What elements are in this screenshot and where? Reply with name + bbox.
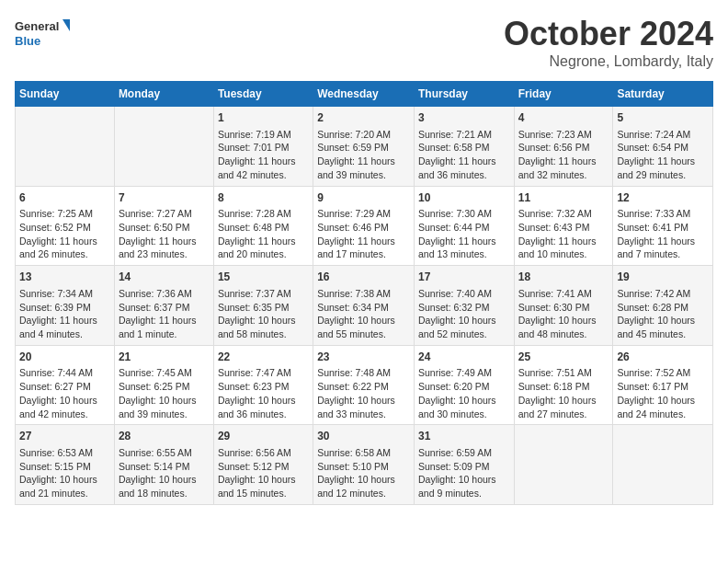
day-number: 18 xyxy=(518,270,609,285)
table-row xyxy=(16,107,115,187)
day-info: Sunrise: 7:27 AM Sunset: 6:50 PM Dayligh… xyxy=(119,207,210,261)
day-info: Sunrise: 7:24 AM Sunset: 6:54 PM Dayligh… xyxy=(617,128,709,182)
table-row: 28Sunrise: 6:55 AM Sunset: 5:14 PM Dayli… xyxy=(114,425,213,505)
header-sunday: Sunday xyxy=(16,82,115,107)
calendar-table: Sunday Monday Tuesday Wednesday Thursday… xyxy=(15,81,713,505)
svg-text:General: General xyxy=(15,19,59,33)
table-row xyxy=(613,425,713,505)
day-number: 24 xyxy=(418,350,510,365)
day-number: 7 xyxy=(119,190,210,206)
day-info: Sunrise: 7:32 AM Sunset: 6:43 PM Dayligh… xyxy=(518,207,609,261)
header-monday: Monday xyxy=(114,82,213,107)
table-row: 10Sunrise: 7:30 AM Sunset: 6:44 PM Dayli… xyxy=(414,186,514,266)
table-row: 22Sunrise: 7:47 AM Sunset: 6:23 PM Dayli… xyxy=(213,345,313,425)
day-number: 26 xyxy=(617,350,709,365)
day-number: 22 xyxy=(218,350,309,365)
table-row: 25Sunrise: 7:51 AM Sunset: 6:18 PM Dayli… xyxy=(514,345,613,425)
day-number: 14 xyxy=(119,270,210,285)
day-number: 1 xyxy=(218,110,309,126)
day-info: Sunrise: 7:51 AM Sunset: 6:18 PM Dayligh… xyxy=(518,366,609,420)
day-info: Sunrise: 7:36 AM Sunset: 6:37 PM Dayligh… xyxy=(119,287,210,341)
day-info: Sunrise: 6:53 AM Sunset: 5:15 PM Dayligh… xyxy=(19,446,110,500)
day-number: 28 xyxy=(119,429,210,444)
day-number: 13 xyxy=(19,270,110,285)
day-number: 19 xyxy=(617,270,709,285)
day-info: Sunrise: 7:38 AM Sunset: 6:34 PM Dayligh… xyxy=(317,287,410,341)
table-row: 3Sunrise: 7:21 AM Sunset: 6:58 PM Daylig… xyxy=(414,107,514,187)
header-thursday: Thursday xyxy=(414,82,514,107)
table-row: 20Sunrise: 7:44 AM Sunset: 6:27 PM Dayli… xyxy=(16,345,115,425)
table-row: 9Sunrise: 7:29 AM Sunset: 6:46 PM Daylig… xyxy=(313,186,415,266)
table-row: 27Sunrise: 6:53 AM Sunset: 5:15 PM Dayli… xyxy=(16,425,115,505)
svg-marker-2 xyxy=(63,19,70,31)
table-row: 31Sunrise: 6:59 AM Sunset: 5:09 PM Dayli… xyxy=(414,425,514,505)
day-number: 4 xyxy=(518,110,609,126)
calendar-title: October 2024 xyxy=(504,15,713,53)
day-number: 27 xyxy=(19,429,110,444)
table-row: 6Sunrise: 7:25 AM Sunset: 6:52 PM Daylig… xyxy=(16,186,115,266)
day-info: Sunrise: 7:40 AM Sunset: 6:32 PM Dayligh… xyxy=(418,287,510,341)
day-number: 15 xyxy=(218,270,309,285)
table-row: 29Sunrise: 6:56 AM Sunset: 5:12 PM Dayli… xyxy=(213,425,313,505)
table-row: 24Sunrise: 7:49 AM Sunset: 6:20 PM Dayli… xyxy=(414,345,514,425)
table-row: 12Sunrise: 7:33 AM Sunset: 6:41 PM Dayli… xyxy=(613,186,713,266)
table-row: 7Sunrise: 7:27 AM Sunset: 6:50 PM Daylig… xyxy=(114,186,213,266)
day-info: Sunrise: 7:45 AM Sunset: 6:25 PM Dayligh… xyxy=(119,366,210,420)
table-row: 4Sunrise: 7:23 AM Sunset: 6:56 PM Daylig… xyxy=(514,107,613,187)
day-info: Sunrise: 7:37 AM Sunset: 6:35 PM Dayligh… xyxy=(218,287,309,341)
day-info: Sunrise: 7:41 AM Sunset: 6:30 PM Dayligh… xyxy=(518,287,609,341)
table-row: 21Sunrise: 7:45 AM Sunset: 6:25 PM Dayli… xyxy=(114,345,213,425)
day-info: Sunrise: 6:55 AM Sunset: 5:14 PM Dayligh… xyxy=(119,446,210,500)
day-number: 30 xyxy=(317,429,410,444)
header-friday: Friday xyxy=(514,82,613,107)
day-info: Sunrise: 7:25 AM Sunset: 6:52 PM Dayligh… xyxy=(19,207,110,261)
day-number: 20 xyxy=(19,350,110,365)
title-area: October 2024 Negrone, Lombardy, Italy xyxy=(504,15,713,70)
table-row: 19Sunrise: 7:42 AM Sunset: 6:28 PM Dayli… xyxy=(613,266,713,346)
svg-text:Blue: Blue xyxy=(15,34,40,48)
table-row: 11Sunrise: 7:32 AM Sunset: 6:43 PM Dayli… xyxy=(514,186,613,266)
day-info: Sunrise: 7:52 AM Sunset: 6:17 PM Dayligh… xyxy=(617,366,709,420)
day-number: 17 xyxy=(418,270,510,285)
day-number: 16 xyxy=(317,270,410,285)
day-number: 2 xyxy=(317,110,410,126)
day-info: Sunrise: 7:21 AM Sunset: 6:58 PM Dayligh… xyxy=(418,128,510,182)
day-number: 25 xyxy=(518,350,609,365)
table-row: 14Sunrise: 7:36 AM Sunset: 6:37 PM Dayli… xyxy=(114,266,213,346)
day-number: 8 xyxy=(218,190,309,206)
table-row: 16Sunrise: 7:38 AM Sunset: 6:34 PM Dayli… xyxy=(313,266,415,346)
day-number: 6 xyxy=(19,190,110,206)
day-info: Sunrise: 7:20 AM Sunset: 6:59 PM Dayligh… xyxy=(317,128,410,182)
day-info: Sunrise: 6:56 AM Sunset: 5:12 PM Dayligh… xyxy=(218,446,309,500)
table-row: 30Sunrise: 6:58 AM Sunset: 5:10 PM Dayli… xyxy=(313,425,415,505)
day-number: 3 xyxy=(418,110,510,126)
day-number: 5 xyxy=(617,110,709,126)
day-info: Sunrise: 7:44 AM Sunset: 6:27 PM Dayligh… xyxy=(19,366,110,420)
day-info: Sunrise: 7:19 AM Sunset: 7:01 PM Dayligh… xyxy=(218,128,309,182)
table-row: 2Sunrise: 7:20 AM Sunset: 6:59 PM Daylig… xyxy=(313,107,415,187)
logo: General Blue xyxy=(15,15,70,52)
day-info: Sunrise: 7:49 AM Sunset: 6:20 PM Dayligh… xyxy=(418,366,510,420)
day-info: Sunrise: 7:29 AM Sunset: 6:46 PM Dayligh… xyxy=(317,207,410,261)
day-number: 21 xyxy=(119,350,210,365)
table-row: 13Sunrise: 7:34 AM Sunset: 6:39 PM Dayli… xyxy=(16,266,115,346)
generalblue-logo-icon: General Blue xyxy=(15,15,70,52)
day-number: 29 xyxy=(218,429,309,444)
header-tuesday: Tuesday xyxy=(213,82,313,107)
day-info: Sunrise: 6:58 AM Sunset: 5:10 PM Dayligh… xyxy=(317,446,410,500)
day-number: 9 xyxy=(317,190,410,206)
table-row: 18Sunrise: 7:41 AM Sunset: 6:30 PM Dayli… xyxy=(514,266,613,346)
table-row: 1Sunrise: 7:19 AM Sunset: 7:01 PM Daylig… xyxy=(213,107,313,187)
table-row: 26Sunrise: 7:52 AM Sunset: 6:17 PM Dayli… xyxy=(613,345,713,425)
table-row xyxy=(514,425,613,505)
day-info: Sunrise: 7:48 AM Sunset: 6:22 PM Dayligh… xyxy=(317,366,410,420)
day-info: Sunrise: 6:59 AM Sunset: 5:09 PM Dayligh… xyxy=(418,446,510,500)
table-row: 5Sunrise: 7:24 AM Sunset: 6:54 PM Daylig… xyxy=(613,107,713,187)
table-row: 23Sunrise: 7:48 AM Sunset: 6:22 PM Dayli… xyxy=(313,345,415,425)
day-info: Sunrise: 7:47 AM Sunset: 6:23 PM Dayligh… xyxy=(218,366,309,420)
day-info: Sunrise: 7:28 AM Sunset: 6:48 PM Dayligh… xyxy=(218,207,309,261)
header-saturday: Saturday xyxy=(613,82,713,107)
day-info: Sunrise: 7:30 AM Sunset: 6:44 PM Dayligh… xyxy=(418,207,510,261)
calendar-subtitle: Negrone, Lombardy, Italy xyxy=(504,53,713,70)
header-wednesday: Wednesday xyxy=(313,82,415,107)
